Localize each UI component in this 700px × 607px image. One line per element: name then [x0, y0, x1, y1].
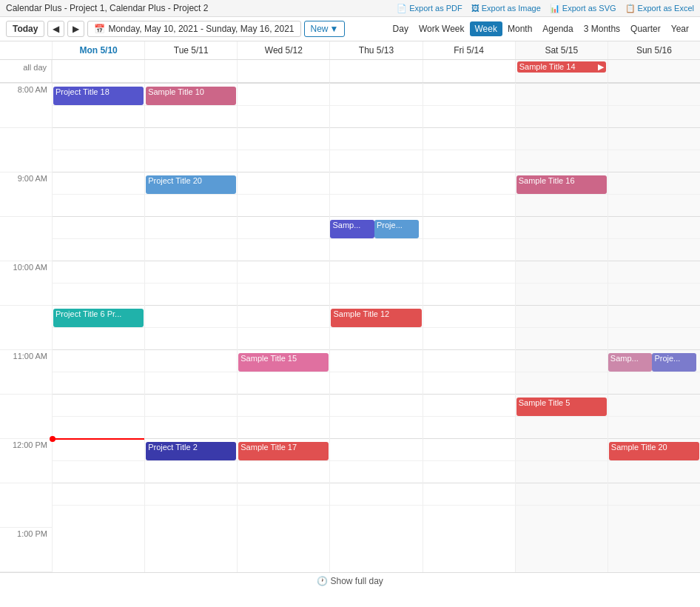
time-slot-1-9	[145, 283, 237, 305]
col-header-2: Wed 5/12	[237, 41, 329, 59]
time-label-1	[0, 127, 52, 172]
time-slot-0-12	[53, 349, 144, 372]
time-slot-2-6	[238, 216, 329, 238]
time-slot-1-19	[145, 505, 237, 527]
calendar-event[interactable]: Sample Title 17	[238, 442, 329, 460]
time-slot-2-17	[238, 460, 329, 483]
view-btn-agenda[interactable]: Agenda	[537, 21, 578, 36]
new-button[interactable]: New ▼	[304, 21, 346, 37]
calendar-event[interactable]: Sample Title 12	[331, 309, 421, 327]
view-btn-year[interactable]: Year	[666, 21, 694, 36]
svg-icon[interactable]: 📊 Export as SVG	[550, 4, 616, 13]
calendar-event[interactable]: Samp...	[330, 220, 374, 238]
time-slot-0-1	[53, 105, 144, 127]
time-label-3	[0, 216, 52, 261]
calendar-event[interactable]: Project Title 2	[146, 442, 236, 460]
time-slot-2-5	[238, 194, 329, 216]
time-slot-3-8	[330, 261, 422, 283]
day-col-1: Sample Title 10Project Title 20Project T…	[144, 83, 237, 572]
time-slot-2-7	[238, 238, 329, 261]
time-slot-3-16	[330, 438, 422, 460]
calendar-event[interactable]: Proje...	[652, 353, 696, 372]
time-slot-1-10	[145, 305, 237, 327]
time-slot-0-18	[53, 483, 144, 505]
time-slot-1-11	[145, 327, 237, 349]
calendar-event[interactable]: Project Title 20	[146, 175, 236, 194]
time-slot-5-17	[516, 460, 608, 483]
time-slot-1-13	[145, 372, 237, 394]
calendar-event[interactable]: Sample Title 15	[238, 353, 329, 372]
time-label-0: 8:00 AM	[0, 83, 52, 127]
all-day-event[interactable]: Sample Title 14	[517, 61, 606, 73]
image-icon[interactable]: 🖼 Export as Image	[471, 4, 541, 13]
time-slot-4-1	[423, 105, 515, 127]
time-slot-4-17	[423, 460, 515, 483]
time-slot-1-17	[145, 460, 237, 483]
all-day-row: all day Sample Title 14	[0, 60, 700, 83]
time-slot-5-13	[516, 372, 608, 394]
time-slot-5-9	[516, 283, 608, 305]
time-slot-3-12	[330, 349, 422, 372]
time-slot-4-6	[423, 216, 515, 238]
time-slot-3-5	[330, 194, 422, 216]
time-label-9	[0, 483, 52, 527]
view-btn-3-months[interactable]: 3 Months	[579, 21, 625, 36]
time-slot-3-17	[330, 460, 422, 483]
time-slot-2-2	[238, 127, 329, 150]
day-columns: Project Title 18Project Title 6 Pr...Sam…	[52, 83, 700, 572]
time-slot-5-11	[516, 327, 608, 349]
time-slot-3-11	[330, 327, 422, 349]
time-slot-3-13	[330, 372, 422, 394]
view-btn-work-week[interactable]: Work Week	[414, 21, 470, 36]
time-slot-6-9	[608, 283, 700, 305]
time-slot-0-4	[53, 172, 144, 194]
all-day-cell-1	[144, 60, 237, 82]
all-day-cell-0	[52, 60, 144, 82]
calendar-event[interactable]: Proje...	[374, 220, 419, 238]
time-slot-4-10	[423, 305, 515, 327]
time-slot-4-18	[423, 483, 515, 505]
calendar-event[interactable]: Sample Title 20	[609, 442, 699, 460]
view-btn-week[interactable]: Week	[470, 21, 502, 36]
time-slot-4-12	[423, 349, 515, 372]
clock-icon: 🕐	[317, 576, 328, 586]
date-range-text: Monday, May 10, 2021 - Sunday, May 16, 2…	[108, 24, 294, 34]
time-slot-5-3	[516, 150, 608, 172]
col-header-5: Sat 5/15	[515, 41, 608, 59]
calendar-event[interactable]: Samp...	[608, 353, 653, 372]
time-slot-0-13	[53, 372, 144, 394]
show-full-day-text: Show full day	[330, 576, 383, 586]
pdf-icon[interactable]: 📄 Export as PDF	[397, 4, 462, 13]
time-slot-4-2	[423, 127, 515, 150]
time-label-2: 9:00 AM	[0, 172, 52, 216]
prev-button[interactable]: ◀	[47, 21, 64, 37]
time-label-7	[0, 394, 52, 438]
calendar-event[interactable]: Project Title 18	[53, 87, 144, 105]
time-slot-4-11	[423, 327, 515, 349]
time-slot-6-0	[608, 83, 700, 105]
time-slot-6-14	[608, 394, 700, 416]
next-button[interactable]: ▶	[67, 21, 84, 37]
time-slot-2-13	[238, 372, 329, 394]
time-slot-5-16	[516, 438, 608, 460]
calendar-event[interactable]: Sample Title 5	[516, 398, 607, 416]
calendar-icon: 📅	[94, 24, 105, 34]
view-btn-month[interactable]: Month	[502, 21, 537, 36]
time-slot-0-6	[53, 216, 144, 238]
calendar-event[interactable]: Sample Title 16	[516, 175, 607, 194]
time-slot-2-18	[238, 483, 329, 505]
calendar-event[interactable]: Project Title 6 Pr...	[53, 309, 144, 327]
title-bar: Calendar Plus - Project 1, Calendar Plus…	[0, 0, 700, 17]
time-slot-0-7	[53, 238, 144, 261]
calendar-event[interactable]: Sample Title 10	[146, 87, 236, 105]
view-btn-day[interactable]: Day	[388, 21, 414, 36]
time-slot-0-14	[53, 394, 144, 416]
date-range: 📅 Monday, May 10, 2021 - Sunday, May 16,…	[87, 21, 300, 37]
show-full-day[interactable]: 🕐 Show full day	[0, 572, 700, 589]
time-slot-3-9	[330, 283, 422, 305]
time-slot-2-15	[238, 416, 329, 438]
excel-icon[interactable]: 📋 Export as Excel	[625, 4, 694, 13]
view-btn-quarter[interactable]: Quarter	[625, 21, 666, 36]
today-button[interactable]: Today	[6, 21, 44, 37]
time-slot-2-11	[238, 327, 329, 349]
